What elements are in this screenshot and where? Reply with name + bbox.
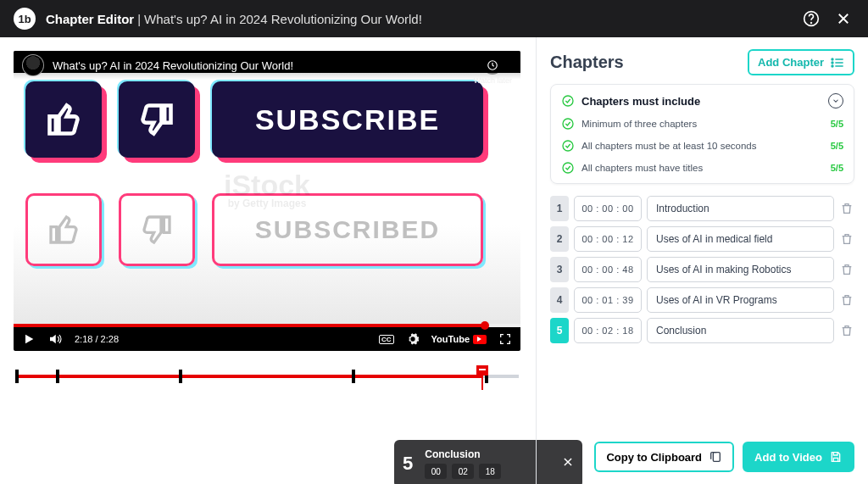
editor-left-pane: SUBSCRIBE SUBSCRIBED iStock b — [0, 37, 536, 484]
play-button[interactable] — [22, 332, 36, 346]
svg-rect-10 — [713, 453, 720, 462]
volume-button[interactable] — [47, 331, 63, 347]
player-video-title: What's up? AI in 2024 Revolutionizing Ou… — [53, 59, 293, 72]
chapter-number[interactable]: 3 — [550, 257, 569, 282]
rules-toggle[interactable] — [828, 93, 843, 108]
chapter-number[interactable]: 2 — [550, 226, 569, 252]
chapter-time-input[interactable]: 00 : 00 : 12 — [574, 226, 642, 252]
delete-chapter-button[interactable] — [839, 232, 854, 246]
copy-clipboard-button[interactable]: Copy to Clipboard — [594, 442, 734, 472]
subscribe-card: SUBSCRIBE — [212, 81, 483, 158]
rule-row: All chapters must have titles5/5 — [561, 161, 843, 175]
app-header: 1b Chapter Editor | What's up? AI in 202… — [0, 0, 868, 37]
chapter-row: 500 : 02 : 18 — [550, 318, 854, 343]
delete-chapter-button[interactable] — [839, 202, 854, 215]
chapter-row: 200 : 00 : 12 — [550, 226, 854, 252]
timeline-chapter-marker[interactable] — [15, 370, 19, 383]
settings-button[interactable] — [406, 332, 420, 346]
timeline-playhead[interactable] — [476, 365, 488, 376]
trash-icon — [840, 263, 854, 276]
tooltip-hours-input[interactable] — [425, 464, 447, 479]
chapter-time-input[interactable]: 00 : 00 : 00 — [574, 196, 642, 221]
check-icon — [561, 139, 575, 153]
channel-avatar[interactable] — [22, 54, 44, 76]
tooltip-chapter-number: 5 — [403, 453, 413, 475]
video-player[interactable]: SUBSCRIBE SUBSCRIBED iStock b — [14, 51, 520, 351]
thumbs-down-card — [119, 81, 195, 158]
chapter-title-input[interactable] — [647, 287, 834, 313]
clipboard-icon — [709, 450, 722, 464]
help-icon — [803, 10, 820, 27]
player-top-overlay: What's up? AI in 2024 Revolutionizing Ou… — [14, 51, 520, 80]
trash-icon — [840, 293, 854, 307]
clock-icon — [487, 59, 498, 71]
tooltip-minutes-input[interactable] — [452, 464, 474, 479]
rule-text: Minimum of three chapters — [581, 119, 697, 129]
youtube-icon — [473, 335, 487, 344]
chapter-timeline[interactable] — [14, 375, 520, 378]
svg-point-5 — [832, 65, 833, 67]
subscribed-card: SUBSCRIBED — [212, 193, 483, 266]
list-icon — [831, 57, 844, 69]
add-chapter-button[interactable]: Add Chapter — [748, 49, 854, 75]
tooltip-seconds-input[interactable] — [479, 464, 501, 479]
save-icon — [829, 450, 843, 464]
chapter-number[interactable]: 5 — [550, 318, 569, 343]
fullscreen-button[interactable] — [498, 332, 512, 346]
check-icon — [561, 161, 575, 175]
chapter-number[interactable]: 4 — [550, 287, 569, 313]
video-title: What's up? AI in 2024 Revolutionizing Ou… — [144, 12, 422, 26]
rule-text: All chapters must be at least 10 seconds — [581, 141, 756, 151]
chapter-title-input[interactable] — [647, 226, 834, 252]
chapter-title-input[interactable] — [647, 318, 834, 343]
chapter-number[interactable]: 1 — [550, 196, 569, 221]
player-controls: 2:18 / 2:28 CC YouTube — [14, 327, 520, 351]
rules-heading: Chapters must include — [581, 95, 700, 108]
chapter-row: 400 : 01 : 39 — [550, 287, 854, 313]
chapter-list: 100 : 00 : 00200 : 00 : 12300 : 00 : 484… — [550, 196, 854, 343]
thumbs-up-card — [25, 81, 102, 158]
trash-icon — [840, 324, 854, 337]
svg-point-4 — [832, 62, 833, 64]
watch-later-button[interactable]: Watch later — [474, 56, 512, 85]
chevron-down-icon — [832, 97, 840, 105]
close-button[interactable] — [832, 8, 854, 30]
timeline-chapter-marker[interactable] — [179, 370, 182, 383]
trash-icon — [840, 232, 854, 246]
player-time: 2:18 / 2:28 — [75, 334, 119, 344]
youtube-button[interactable]: YouTube — [431, 334, 487, 344]
cc-button[interactable]: CC — [379, 335, 394, 344]
subscribed-label: SUBSCRIBED — [255, 215, 440, 244]
delete-chapter-button[interactable] — [839, 324, 854, 337]
rule-status: 5/5 — [831, 163, 843, 173]
chapter-title-input[interactable] — [647, 196, 834, 221]
thumbs-up-icon — [45, 101, 82, 138]
check-icon — [561, 94, 575, 108]
chapter-time-input[interactable]: 00 : 01 : 39 — [574, 287, 642, 313]
timeline-filled — [15, 375, 482, 378]
check-icon — [561, 117, 575, 131]
svg-point-6 — [563, 96, 573, 106]
add-to-video-button[interactable]: Add to Video — [743, 442, 854, 472]
title-separator: | — [137, 12, 141, 26]
help-button[interactable] — [800, 8, 822, 30]
chapter-title-input[interactable] — [647, 257, 834, 282]
rule-row: All chapters must be at least 10 seconds… — [561, 139, 843, 153]
svg-point-9 — [563, 163, 573, 173]
thumbs-down-icon — [140, 213, 174, 247]
delete-chapter-button[interactable] — [839, 293, 854, 307]
thumbs-up-icon — [47, 213, 81, 247]
svg-point-1 — [811, 23, 812, 24]
svg-point-3 — [832, 58, 833, 60]
chapter-time-input[interactable]: 00 : 00 : 48 — [574, 257, 642, 282]
timeline-chapter-marker[interactable] — [352, 370, 355, 383]
rule-row: Minimum of three chapters5/5 — [561, 117, 843, 131]
chapter-time-input[interactable]: 00 : 02 : 18 — [574, 318, 642, 343]
chapter-row: 100 : 00 : 00 — [550, 196, 854, 221]
chapter-rules-card: Chapters must include Minimum of three c… — [550, 84, 854, 184]
volume-icon — [47, 331, 63, 347]
delete-chapter-button[interactable] — [839, 263, 854, 276]
close-icon — [836, 11, 851, 26]
app-title: Chapter Editor — [46, 12, 134, 26]
timeline-chapter-marker[interactable] — [56, 370, 59, 383]
